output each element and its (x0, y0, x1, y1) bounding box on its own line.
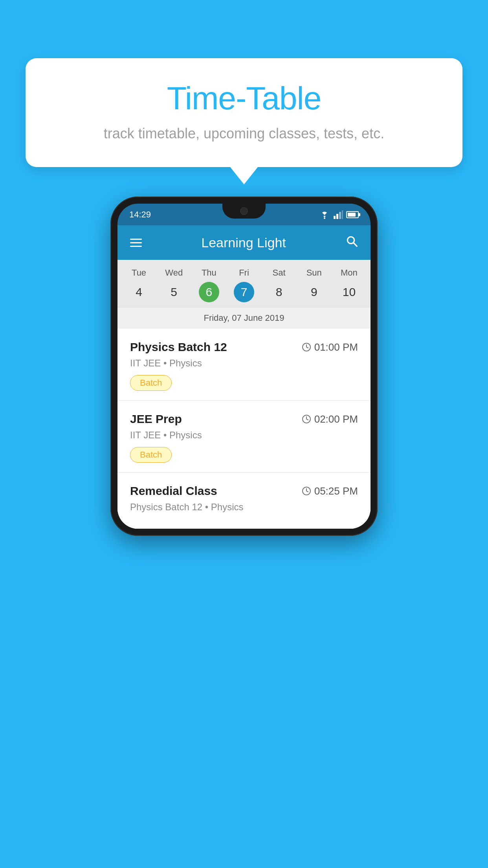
day-number: 4 (129, 282, 149, 302)
day-name: Sat (273, 268, 286, 278)
calendar-day[interactable]: Thu6 (193, 268, 225, 302)
calendar-day[interactable]: Wed5 (158, 268, 190, 302)
day-name: Mon (341, 268, 358, 278)
svg-rect-3 (339, 212, 341, 219)
tooltip-subtitle: track timetable, upcoming classes, tests… (49, 124, 439, 143)
schedule-title: Physics Batch 12 (130, 340, 227, 354)
tooltip-card: Time-Table track timetable, upcoming cla… (26, 58, 462, 167)
days-row: Tue4Wed5Thu6Fri7Sat8Sun9Mon10 (117, 268, 371, 302)
day-name: Sun (306, 268, 322, 278)
clock-icon (302, 486, 311, 496)
schedule-title: Remedial Class (130, 484, 217, 498)
schedule-item-header: Remedial Class 05:25 PM (130, 484, 358, 498)
batch-tag: Batch (130, 447, 172, 463)
calendar-day[interactable]: Fri7 (228, 268, 260, 302)
search-button[interactable] (345, 235, 358, 250)
calendar-strip: Tue4Wed5Thu6Fri7Sat8Sun9Mon10 Friday, 07… (117, 260, 371, 329)
clock-icon (302, 342, 311, 352)
day-number: 10 (339, 282, 359, 302)
phone-device: 14:29 (110, 197, 378, 536)
day-number: 7 (234, 282, 254, 302)
calendar-day[interactable]: Sun9 (298, 268, 330, 302)
schedule-subtitle: IIT JEE • Physics (130, 358, 358, 369)
day-name: Tue (132, 268, 146, 278)
app-header: Learning Light (117, 225, 371, 260)
day-number: 9 (304, 282, 324, 302)
schedule-item[interactable]: Physics Batch 12 01:00 PM IIT JEE • Phys… (117, 329, 371, 401)
batch-tag: Batch (130, 375, 172, 391)
status-bar: 14:29 (117, 204, 371, 225)
app-title: Learning Light (201, 235, 286, 250)
calendar-day[interactable]: Mon10 (333, 268, 365, 302)
day-number: 5 (164, 282, 184, 302)
hamburger-menu-button[interactable] (130, 239, 142, 247)
schedule-title: JEE Prep (130, 412, 182, 426)
schedule-item[interactable]: JEE Prep 02:00 PM IIT JEE • Physics Batc… (117, 401, 371, 473)
schedule-time: 02:00 PM (302, 413, 358, 425)
schedule-item-header: Physics Batch 12 01:00 PM (130, 340, 358, 354)
schedule-time: 05:25 PM (302, 485, 358, 497)
svg-rect-2 (336, 214, 338, 219)
phone-notch (222, 204, 266, 219)
phone-screen: Learning Light Tue4Wed5Thu6Fri7Sat8Sun9M… (117, 225, 371, 529)
svg-rect-4 (342, 210, 343, 219)
status-time: 14:29 (129, 210, 151, 220)
schedule-time: 01:00 PM (302, 341, 358, 353)
day-number: 6 (199, 282, 219, 302)
schedule-item-header: JEE Prep 02:00 PM (130, 412, 358, 426)
schedule-list: Physics Batch 12 01:00 PM IIT JEE • Phys… (117, 329, 371, 529)
schedule-item[interactable]: Remedial Class 05:25 PM Physics Batch 12… (117, 473, 371, 529)
schedule-subtitle: Physics Batch 12 • Physics (130, 502, 358, 513)
day-name: Thu (202, 268, 216, 278)
schedule-subtitle: IIT JEE • Physics (130, 430, 358, 441)
day-name: Wed (165, 268, 183, 278)
calendar-day[interactable]: Tue4 (123, 268, 155, 302)
day-number: 8 (269, 282, 289, 302)
hamburger-line-2 (130, 242, 142, 243)
tooltip-title: Time-Table (49, 80, 439, 117)
hamburger-line-3 (130, 246, 142, 247)
calendar-day[interactable]: Sat8 (263, 268, 295, 302)
calendar-date-label: Friday, 07 June 2019 (117, 307, 371, 329)
battery-icon (346, 211, 359, 218)
svg-point-0 (324, 217, 325, 219)
svg-line-6 (354, 243, 357, 246)
day-name: Fri (239, 268, 249, 278)
signal-icon (334, 210, 343, 219)
clock-icon (302, 414, 311, 424)
phone-camera (240, 207, 248, 215)
svg-rect-1 (334, 216, 336, 219)
wifi-icon (319, 210, 330, 219)
status-icons (319, 210, 359, 219)
hamburger-line-1 (130, 239, 142, 240)
